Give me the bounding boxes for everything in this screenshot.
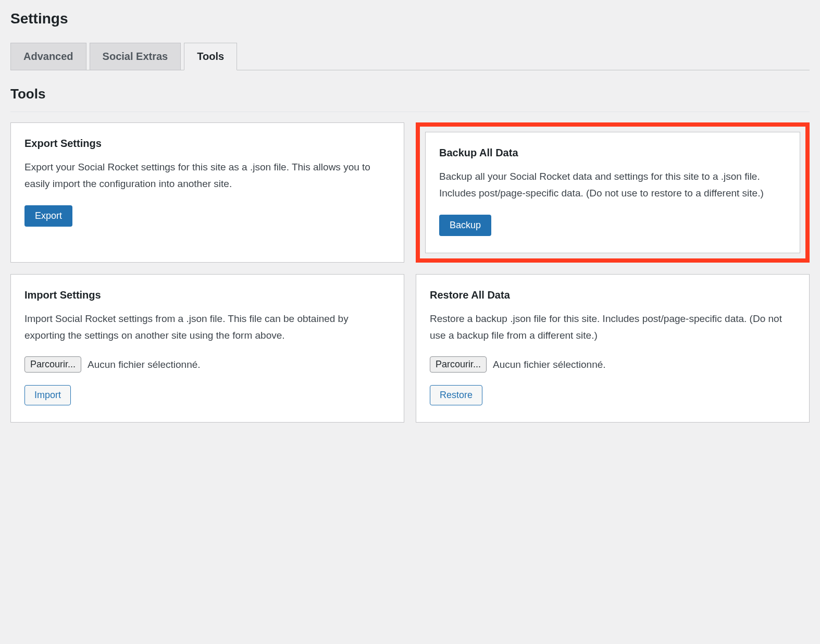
cards-grid: Export Settings Export your Social Rocke… [10, 122, 810, 423]
browse-button[interactable]: Parcourir... [24, 356, 81, 373]
card-desc: Import Social Rocket settings from a .js… [24, 311, 390, 344]
card-title: Restore All Data [430, 289, 796, 301]
card-import-settings: Import Settings Import Social Rocket set… [10, 274, 404, 423]
browse-button[interactable]: Parcourir... [430, 356, 487, 373]
card-title: Import Settings [24, 289, 390, 301]
card-restore-all-data: Restore All Data Restore a backup .json … [416, 274, 810, 423]
section-title: Tools [10, 86, 810, 112]
card-title: Backup All Data [439, 147, 786, 159]
tab-tools[interactable]: Tools [184, 43, 237, 70]
card-export-settings: Export Settings Export your Social Rocke… [10, 122, 404, 263]
backup-button[interactable]: Backup [439, 215, 491, 236]
card-desc: Restore a backup .json file for this sit… [430, 311, 796, 344]
page-title: Settings [10, 10, 810, 27]
tab-advanced[interactable]: Advanced [10, 43, 86, 70]
card-desc: Export your Social Rocket settings for t… [24, 159, 390, 193]
file-status-text: Aucun fichier sélectionné. [88, 359, 201, 370]
file-status-text: Aucun fichier sélectionné. [493, 359, 606, 370]
file-input-row: Parcourir... Aucun fichier sélectionné. [430, 356, 796, 373]
file-input-row: Parcourir... Aucun fichier sélectionné. [24, 356, 390, 373]
tabs-row: Advanced Social Extras Tools [10, 43, 810, 70]
tab-social-extras[interactable]: Social Extras [90, 43, 181, 70]
card-backup-all-data-highlight: Backup All Data Backup all your Social R… [416, 122, 810, 263]
restore-button[interactable]: Restore [430, 385, 482, 405]
export-button[interactable]: Export [24, 205, 72, 227]
import-button[interactable]: Import [24, 385, 71, 405]
card-desc: Backup all your Social Rocket data and s… [439, 168, 786, 202]
card-backup-all-data: Backup All Data Backup all your Social R… [425, 132, 800, 253]
card-title: Export Settings [24, 138, 390, 150]
